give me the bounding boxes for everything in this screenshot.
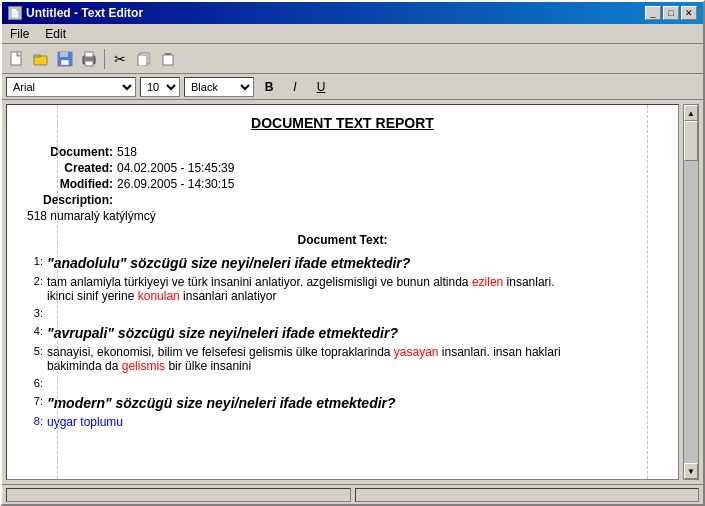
- line-num-4: 4:: [27, 325, 47, 341]
- meta-row-document: Document: 518: [27, 145, 658, 159]
- line-4: 4: "avrupali" sözcügü size neyi/neleri i…: [27, 325, 658, 341]
- description-label: Description:: [27, 193, 117, 207]
- created-label: Created:: [27, 161, 117, 175]
- menu-file[interactable]: File: [6, 26, 33, 42]
- guide-line-left: [57, 105, 58, 479]
- line-content-3: [47, 307, 658, 321]
- line-num-3: 3:: [27, 307, 47, 321]
- line-8: 8: uygar toplumu: [27, 415, 658, 429]
- description-value: 518 numaralý katýlýmcý: [27, 209, 658, 223]
- line-num-1: 1:: [27, 255, 47, 271]
- line-num-5: 5:: [27, 345, 47, 373]
- line-content-7: "modern" sözcügü size neyi/neleri ifade …: [47, 395, 658, 411]
- menu-edit[interactable]: Edit: [41, 26, 70, 42]
- title-controls: _ □ ✕: [645, 6, 697, 20]
- document-text-label: Document Text:: [27, 233, 658, 247]
- document-title: DOCUMENT TEXT REPORT: [27, 115, 658, 131]
- copy-button[interactable]: [133, 48, 155, 70]
- title-bar-left: 📄 Untitled - Text Editor: [8, 6, 143, 20]
- line-content-5: sanayisi, ekonomisi, bilim ve felsefesi …: [47, 345, 658, 373]
- line-1: 1: "anadolulu" sözcügü size neyi/neleri …: [27, 255, 658, 271]
- red-text-gelismis: gelismis: [122, 359, 165, 373]
- minimize-button[interactable]: _: [645, 6, 661, 20]
- main-window: 📄 Untitled - Text Editor _ □ ✕ File Edit…: [0, 0, 705, 506]
- print-button[interactable]: [78, 48, 100, 70]
- scroll-thumb[interactable]: [684, 121, 698, 161]
- toolbar-separator-1: [104, 49, 105, 69]
- paste-button[interactable]: [157, 48, 179, 70]
- line-2: 2: tam anlamiyla türkiyeyi ve türk insan…: [27, 275, 658, 303]
- svg-rect-7: [85, 52, 93, 57]
- svg-rect-10: [138, 55, 147, 66]
- vertical-scrollbar[interactable]: ▲ ▼: [683, 104, 699, 480]
- red-text-konulan: konulan: [138, 289, 180, 303]
- status-panel-1: [6, 488, 351, 502]
- line-num-2: 2:: [27, 275, 47, 303]
- line-content-6: [47, 377, 658, 391]
- maximize-button[interactable]: □: [663, 6, 679, 20]
- editor-content[interactable]: DOCUMENT TEXT REPORT Document: 518 Creat…: [6, 104, 679, 480]
- title-bar: 📄 Untitled - Text Editor _ □ ✕: [2, 2, 703, 24]
- save-button[interactable]: [54, 48, 76, 70]
- red-text-yasayan: yasayan: [394, 345, 439, 359]
- line-content-1: "anadolulu" sözcügü size neyi/neleri ifa…: [47, 255, 658, 271]
- window-title: Untitled - Text Editor: [26, 6, 143, 20]
- line-content-2: tam anlamiyla türkiyeyi ve türk insanini…: [47, 275, 658, 303]
- line-6: 6:: [27, 377, 658, 391]
- color-selector[interactable]: Black: [184, 77, 254, 97]
- svg-rect-12: [163, 55, 173, 65]
- meta-row-modified: Modified: 26.09.2005 - 14:30:15: [27, 177, 658, 191]
- svg-rect-4: [60, 52, 68, 57]
- meta-row-description: Description:: [27, 193, 658, 207]
- font-selector[interactable]: Arial: [6, 77, 136, 97]
- line-num-7: 7:: [27, 395, 47, 411]
- close-button[interactable]: ✕: [681, 6, 697, 20]
- line-num-6: 6:: [27, 377, 47, 391]
- window-icon: 📄: [8, 6, 22, 20]
- line-7: 7: "modern" sözcügü size neyi/neleri ifa…: [27, 395, 658, 411]
- underline-button[interactable]: U: [310, 77, 332, 97]
- document-meta: Document: 518 Created: 04.02.2005 - 15:4…: [27, 145, 658, 223]
- size-selector[interactable]: 10: [140, 77, 180, 97]
- svg-rect-0: [11, 52, 21, 65]
- toolbar: ✂: [2, 44, 703, 74]
- created-value: 04.02.2005 - 15:45:39: [117, 161, 234, 175]
- modified-label: Modified:: [27, 177, 117, 191]
- guide-line-right: [647, 105, 648, 479]
- editor-area: DOCUMENT TEXT REPORT Document: 518 Creat…: [2, 100, 703, 484]
- new-button[interactable]: [6, 48, 28, 70]
- line-5: 5: sanayisi, ekonomisi, bilim ve felsefe…: [27, 345, 658, 373]
- svg-rect-2: [34, 55, 40, 57]
- line-num-8: 8:: [27, 415, 47, 429]
- status-bar: [2, 484, 703, 504]
- italic-button[interactable]: I: [284, 77, 306, 97]
- scroll-up-button[interactable]: ▲: [684, 105, 698, 121]
- meta-row-created: Created: 04.02.2005 - 15:45:39: [27, 161, 658, 175]
- format-bar: Arial 10 Black B I U: [2, 74, 703, 100]
- line-3: 3:: [27, 307, 658, 321]
- scroll-down-button[interactable]: ▼: [684, 463, 698, 479]
- modified-value: 26.09.2005 - 14:30:15: [117, 177, 234, 191]
- red-text-ezilen: ezilen: [472, 275, 503, 289]
- status-panel-2: [355, 488, 700, 502]
- cut-button[interactable]: ✂: [109, 48, 131, 70]
- document-value: 518: [117, 145, 137, 159]
- line-content-4: "avrupali" sözcügü size neyi/neleri ifad…: [47, 325, 658, 341]
- menu-bar: File Edit: [2, 24, 703, 44]
- document-label: Document:: [27, 145, 117, 159]
- svg-rect-5: [61, 60, 69, 65]
- bold-button[interactable]: B: [258, 77, 280, 97]
- svg-rect-8: [85, 61, 93, 66]
- scroll-track[interactable]: [684, 121, 698, 463]
- open-button[interactable]: [30, 48, 52, 70]
- line-content-8: uygar toplumu: [47, 415, 658, 429]
